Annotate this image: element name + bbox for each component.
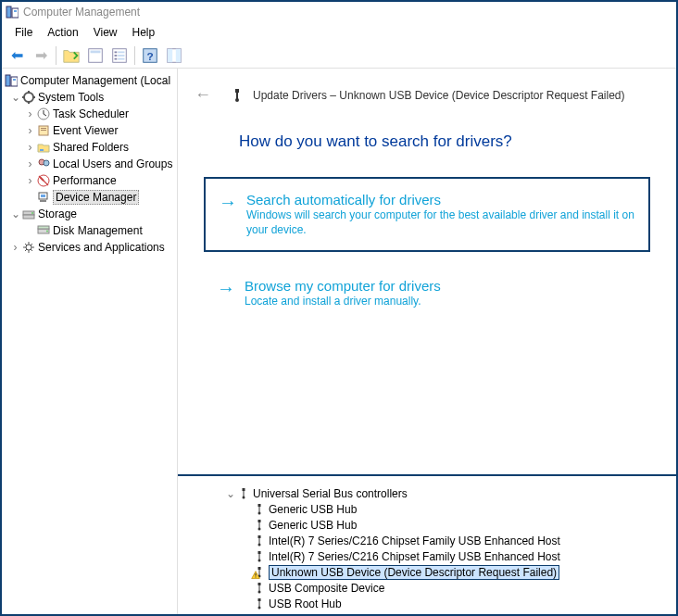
usb-icon: [230, 88, 244, 102]
device-category[interactable]: ⌄ Universal Serial Bus controllers: [178, 485, 676, 501]
device-category-label: Universal Serial Bus controllers: [253, 487, 408, 500]
device-item[interactable]: USB Root Hub: [178, 596, 676, 611]
twisty-closed-icon[interactable]: ›: [24, 175, 36, 186]
toolbar-up-folder[interactable]: [60, 44, 82, 67]
tree-label: System Tools: [38, 91, 104, 104]
tree-label: Shared Folders: [53, 141, 129, 154]
tree-task-scheduler[interactable]: › Task Scheduler: [2, 106, 177, 122]
toolbar-properties[interactable]: [84, 44, 107, 67]
arrow-right-icon: →: [219, 192, 237, 237]
device-label: Intel(R) 7 Series/C216 Chipset Family US…: [269, 534, 560, 547]
toolbar: ⬅ ➡: [2, 43, 676, 69]
device-item[interactable]: Intel(R) 7 Series/C216 Chipset Family US…: [178, 548, 676, 564]
usb-warning-icon: [252, 565, 266, 579]
tree-root-label: Computer Management (Local: [20, 74, 170, 87]
back-arrow-icon: ⬅: [11, 46, 23, 64]
gear-icon: [21, 241, 35, 255]
tree-label: Task Scheduler: [53, 107, 129, 120]
toolbar-list-view[interactable]: [108, 44, 131, 67]
option-title: Search automatically for drivers: [246, 192, 635, 207]
shared-folder-icon: [36, 141, 50, 155]
option-subtitle: Locate and install a driver manually.: [245, 294, 441, 308]
right-panel: ← Update Drivers – Unknown USB Device (D…: [178, 69, 676, 614]
tree-root[interactable]: Computer Management (Local: [2, 72, 177, 89]
usb-device-icon: [252, 612, 266, 614]
option-browse-computer[interactable]: → Browse my computer for drivers Locate …: [204, 265, 650, 321]
device-label: Generic USB Hub: [269, 519, 357, 532]
dialog-header-text: Update Drivers – Unknown USB Device (Dev…: [253, 89, 624, 102]
clock-icon: [36, 107, 50, 121]
tree-services[interactable]: › Services and Applications: [2, 239, 177, 256]
twisty-open-icon[interactable]: ⌄: [9, 208, 21, 220]
window-title: Computer Management: [23, 6, 140, 19]
tree-device-manager[interactable]: › Device Manager: [2, 189, 177, 206]
usb-controller-icon: [236, 486, 250, 500]
device-item[interactable]: USB Root Hub: [178, 611, 676, 614]
device-label: Intel(R) 7 Series/C216 Chipset Family US…: [269, 550, 560, 563]
disk-icon: [36, 224, 50, 238]
tree-event-viewer[interactable]: › Event Viewer: [2, 122, 177, 139]
device-item[interactable]: Generic USB Hub: [178, 501, 676, 517]
device-item[interactable]: Unknown USB Device (Device Descriptor Re…: [178, 564, 676, 580]
option-title: Browse my computer for drivers: [245, 278, 441, 294]
twisty-closed-icon[interactable]: ›: [24, 142, 36, 153]
usb-device-icon: [252, 581, 266, 595]
menu-help[interactable]: Help: [125, 24, 163, 41]
toolbar-forward[interactable]: ➡: [30, 44, 52, 67]
dialog-question: How do you want to search for drivers?: [178, 108, 676, 168]
update-driver-dialog: ← Update Drivers – Unknown USB Device (D…: [178, 69, 676, 476]
menu-view[interactable]: View: [86, 24, 125, 41]
toolbar-help[interactable]: [139, 44, 161, 67]
tree-performance[interactable]: › Performance: [2, 172, 177, 189]
tree-local-users[interactable]: › Local Users and Groups: [2, 156, 177, 172]
separator: [56, 46, 56, 65]
tree-label: Local Users and Groups: [53, 157, 172, 170]
tools-icon: [21, 91, 35, 105]
mgmt-icon: [4, 74, 18, 88]
device-item[interactable]: Intel(R) 7 Series/C216 Chipset Family US…: [178, 533, 676, 548]
option-search-automatically[interactable]: → Search automatically for drivers Windo…: [204, 177, 650, 252]
twisty-closed-icon[interactable]: ›: [24, 125, 36, 136]
forward-arrow-icon: ➡: [35, 46, 47, 64]
twisty-closed-icon[interactable]: ›: [24, 108, 36, 119]
twisty-open-icon[interactable]: ⌄: [224, 488, 236, 499]
toolbar-back[interactable]: ⬅: [6, 44, 28, 67]
arrow-right-icon: →: [217, 278, 235, 308]
device-item[interactable]: USB Composite Device: [178, 580, 676, 596]
device-label: Generic USB Hub: [269, 503, 357, 516]
separator: [134, 46, 135, 65]
device-tree: ⌄ Universal Serial Bus controllers Gener…: [178, 485, 676, 614]
toolbar-panes[interactable]: [163, 44, 185, 67]
twisty-closed-icon[interactable]: ›: [9, 242, 21, 253]
option-subtitle: Windows will search your computer for th…: [246, 207, 635, 237]
event-icon: [36, 124, 50, 138]
device-label: USB Root Hub: [269, 613, 342, 615]
menu-file[interactable]: File: [7, 24, 40, 41]
device-manager-icon: [36, 191, 50, 205]
tree-system-tools[interactable]: ⌄ System Tools: [2, 89, 177, 106]
dialog-back-button[interactable]: ←: [195, 85, 211, 105]
usb-device-icon: [252, 597, 266, 610]
title-bar: Computer Management: [2, 2, 676, 22]
menu-action[interactable]: Action: [40, 24, 85, 41]
storage-icon: [21, 207, 35, 221]
usb-device-icon: [252, 549, 266, 563]
tree-label: Performance: [53, 174, 117, 187]
tree-disk-mgmt[interactable]: › Disk Management: [2, 222, 177, 239]
tree-label: Event Viewer: [53, 124, 118, 137]
tree-shared-folders[interactable]: › Shared Folders: [2, 139, 177, 156]
menu-bar: File Action View Help: [2, 22, 676, 43]
usb-device-icon: [252, 518, 266, 532]
twisty-open-icon[interactable]: ⌄: [9, 92, 21, 103]
app-icon: [6, 6, 19, 19]
tree-storage[interactable]: ⌄ Storage: [2, 206, 177, 222]
usb-device-icon: [252, 534, 266, 547]
tree-label: Storage: [38, 207, 77, 220]
usb-device-icon: [252, 502, 266, 516]
device-label: USB Root Hub: [269, 597, 342, 610]
tree-label: Device Manager: [53, 190, 139, 205]
device-label: USB Composite Device: [269, 582, 384, 595]
performance-icon: [36, 174, 50, 188]
device-item[interactable]: Generic USB Hub: [178, 517, 676, 533]
twisty-closed-icon[interactable]: ›: [24, 158, 36, 170]
